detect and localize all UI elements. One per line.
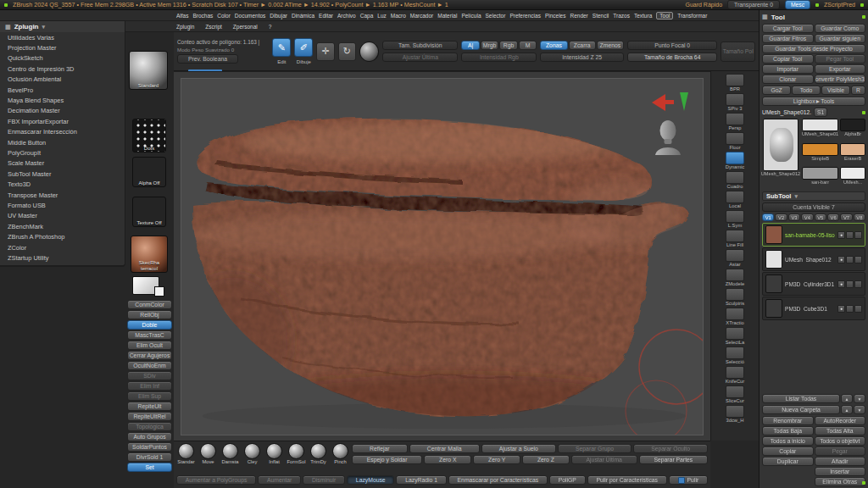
shelf-button[interactable]: SDiv: [127, 371, 172, 380]
visibility-tab[interactable]: V2: [775, 214, 787, 221]
visibility-eye-icon[interactable]: ●: [837, 305, 845, 313]
shelf-toggle[interactable]: ZModele: [716, 269, 754, 287]
submenu-item[interactable]: Zpersonal: [233, 24, 258, 30]
shelf-button[interactable]: Elim Sup: [127, 391, 172, 401]
stroke-option-button[interactable]: Aumentar: [258, 475, 301, 485]
menu-item[interactable]: Archivo: [337, 13, 356, 19]
menu-item[interactable]: Marcador: [410, 13, 433, 19]
quick-brush[interactable]: FormSol: [286, 443, 307, 465]
shelf-toggle[interactable]: Sculptris: [716, 288, 754, 307]
zplugin-menu-item[interactable]: ZStartup Utility: [0, 252, 125, 263]
deform-button[interactable]: Centrar Malla: [409, 444, 480, 453]
zplugin-menu-item[interactable]: SubTool Master: [0, 169, 125, 179]
move-down-button[interactable]: ▼: [854, 405, 865, 414]
visibility-tab[interactable]: V4: [801, 214, 813, 221]
shelf-toggle[interactable]: Floor: [716, 132, 754, 151]
shelf-toggle[interactable]: Persp: [716, 113, 754, 131]
tool-action-button[interactable]: Guardar siguien: [815, 34, 866, 43]
zplugin-panel-header[interactable]: ▦ Zplugin ▾: [0, 21, 125, 32]
edit-mode-button[interactable]: ✎: [272, 38, 291, 57]
zplugin-menu-item[interactable]: Formato USB: [0, 200, 125, 210]
menu-item[interactable]: Render: [570, 13, 587, 19]
shelf-button[interactable]: Auto Grupos: [127, 432, 172, 441]
goz-button[interactable]: R: [851, 86, 865, 95]
zplugin-menu-item[interactable]: BevelPro: [0, 85, 125, 95]
zplugin-menu-item[interactable]: UV Master: [0, 211, 125, 221]
axis-gizmo[interactable]: [652, 89, 691, 114]
tool-action-button[interactable]: Guardar Tools desde Proyecto: [762, 44, 865, 53]
deform-button[interactable]: Zero Y: [473, 455, 520, 464]
zplugin-menu-item[interactable]: Enmascarar Intersección: [0, 127, 125, 137]
z-mode-button[interactable]: Zonas: [540, 41, 567, 50]
list-all-button[interactable]: Listar Todas: [762, 394, 840, 403]
subtool-option-icon[interactable]: [854, 256, 862, 263]
shelf-button[interactable]: OcultNoEnm: [127, 361, 172, 370]
stroke-option-button[interactable]: Disminuir: [303, 475, 345, 485]
menu-item[interactable]: Alfas: [176, 13, 188, 19]
zplugin-menu-item[interactable]: Texto3D: [0, 179, 125, 189]
zplugin-menu-item[interactable]: ZColor: [0, 242, 125, 252]
tool-action-button[interactable]: Copiar Tool: [762, 54, 814, 64]
submenu-item[interactable]: Zscript: [205, 24, 222, 30]
deform-button[interactable]: Separar Partes: [639, 455, 708, 464]
zplugin-menu-item[interactable]: Scale Master: [0, 158, 125, 169]
shelf-button[interactable]: Elim Inf: [127, 381, 172, 391]
subtool-item[interactable]: PM3D_Cube3D1 ●: [762, 297, 865, 320]
tool-thumbnail[interactable]: san-barr: [802, 167, 838, 190]
subtool-action-button[interactable]: AutoReorder: [815, 416, 866, 425]
shelf-toggle[interactable]: Astar: [716, 249, 754, 268]
shelf-toggle[interactable]: Local: [716, 191, 754, 209]
material-thumbnail[interactable]: SkecRha terracol: [131, 236, 168, 273]
menu-item[interactable]: Brochas: [192, 13, 213, 19]
channel-button[interactable]: Mrgb: [481, 41, 499, 50]
transparent-slider[interactable]: Transparente 0: [727, 0, 780, 9]
shelf-toggle[interactable]: BPR: [716, 74, 754, 92]
move-mode-button[interactable]: ✛: [316, 42, 334, 61]
tool-action-button[interactable]: Convertir PolyMesh3D: [815, 75, 866, 84]
move-up-button[interactable]: ▲: [841, 405, 853, 414]
visibility-eye-icon[interactable]: ●: [837, 231, 845, 239]
tool-action-button[interactable]: Clonar: [762, 75, 814, 84]
current-brush-thumbnail[interactable]: Standard: [129, 51, 168, 90]
subtool-action-button[interactable]: Elimina Otras: [815, 477, 866, 486]
menu-item[interactable]: Editar: [319, 13, 333, 19]
menu-item[interactable]: Película: [461, 13, 481, 19]
shelf-toggle[interactable]: Line Fill: [716, 230, 754, 248]
subtool-item[interactable]: san-barnabe-05-liso ●: [762, 223, 865, 247]
material-preview-sphere[interactable]: [359, 42, 379, 62]
menu-item[interactable]: Documentos: [235, 13, 266, 19]
quick-brush[interactable]: Move: [198, 443, 219, 465]
stroke-thumbnail[interactable]: Dots: [132, 119, 166, 152]
quick-brush[interactable]: TrimDy: [308, 443, 329, 465]
menu-item[interactable]: Dinámica: [292, 13, 314, 19]
subtool-action-button[interactable]: Todas Baja: [762, 426, 814, 435]
tool-thumbnail[interactable]: UMesh...: [840, 167, 865, 190]
channel-button[interactable]: Rgb: [499, 41, 518, 50]
visibility-tab[interactable]: V3: [788, 214, 800, 221]
z-intensity-slider[interactable]: Intensidad Z 25: [540, 53, 624, 62]
stroke-option-button[interactable]: Pulir por Características: [587, 475, 667, 485]
shelf-button[interactable]: Cerrar Agujeros: [127, 351, 172, 360]
zplugin-menu-item[interactable]: Centro de Impresión 3D: [0, 64, 125, 74]
zplugin-menu-item[interactable]: ZBrush A Photoshop: [0, 231, 125, 241]
quick-save-button[interactable]: Guard Rápido: [685, 2, 722, 8]
tool-slot-button[interactable]: S1: [814, 108, 827, 117]
quick-brush[interactable]: Cley: [242, 443, 263, 465]
shelf-toggle[interactable]: 3dcw_H: [716, 405, 754, 424]
camera-head-widget[interactable]: [654, 119, 682, 155]
zplugin-menu-item[interactable]: Middle Button: [0, 137, 125, 147]
quick-brush[interactable]: Pinch: [330, 443, 351, 465]
viewport[interactable]: [174, 71, 710, 441]
rotate-mode-button[interactable]: ↻: [338, 42, 356, 61]
tool-action-button[interactable]: Importar: [762, 64, 814, 74]
stroke-option-button[interactable]: Pulir: [669, 475, 708, 485]
stroke-option-button[interactable]: Enmascarar por Características: [448, 475, 548, 485]
zplugin-menu-item[interactable]: Projection Master: [0, 42, 125, 53]
visibility-tab[interactable]: V5: [815, 214, 826, 221]
zplugin-menu-item[interactable]: Utilidades Varias: [0, 32, 125, 42]
deform-button[interactable]: Separar Oculto: [633, 444, 708, 453]
shelf-button[interactable]: ConmColor: [127, 300, 172, 309]
goz-button[interactable]: Visible: [821, 86, 850, 95]
menu-item[interactable]: Luz: [377, 13, 386, 19]
z-mode-button[interactable]: Zcarra: [569, 41, 596, 50]
